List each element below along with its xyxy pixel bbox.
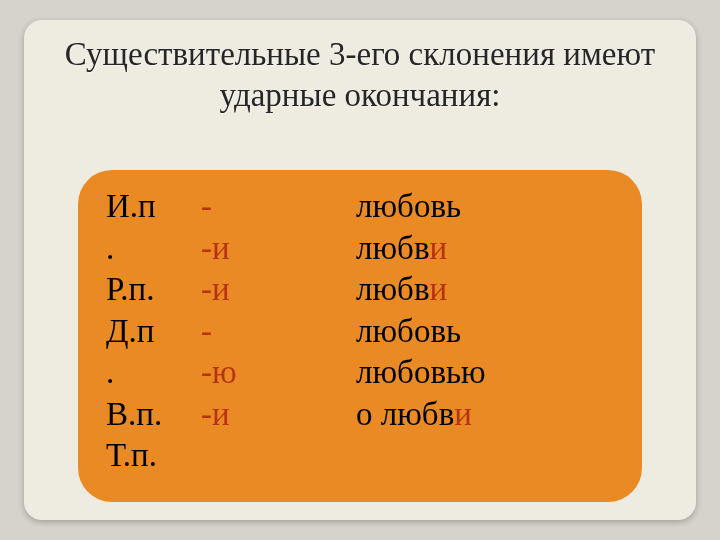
word-cell: любовь: [356, 186, 620, 228]
word-cell: [356, 435, 620, 477]
case-label: Р.п.: [106, 269, 201, 311]
table-row: . -и любви: [106, 228, 620, 270]
case-label: .: [106, 228, 201, 270]
ending-cell: -: [201, 311, 356, 353]
case-label: Т.п.: [106, 435, 201, 477]
case-label: Д.п: [106, 311, 201, 353]
word-cell: любовью: [356, 352, 620, 394]
ending-cell: [201, 435, 356, 477]
table-row: И.п - любовь: [106, 186, 620, 228]
case-label: .: [106, 352, 201, 394]
word-cell: любви: [356, 228, 620, 270]
ending-cell: -ю: [201, 352, 356, 394]
ending-cell: -и: [201, 394, 356, 436]
table-row: В.п. -и о любви: [106, 394, 620, 436]
case-label: И.п: [106, 186, 201, 228]
word-cell: любовь: [356, 311, 620, 353]
ending-cell: -: [201, 186, 356, 228]
table-row: Р.п. -и любви: [106, 269, 620, 311]
table-row: Д.п - любовь: [106, 311, 620, 353]
ending-cell: -и: [201, 228, 356, 270]
word-cell: любви: [356, 269, 620, 311]
table-row: . -ю любовью: [106, 352, 620, 394]
word-cell: о любви: [356, 394, 620, 436]
slide-title: Существительные 3-его склонения имеют уд…: [24, 20, 696, 133]
table-row: Т.п.: [106, 435, 620, 477]
slide: Существительные 3-его склонения имеют уд…: [24, 20, 696, 520]
declension-card: И.п - любовь . -и любви Р.п. -и любви Д.…: [78, 170, 642, 502]
ending-cell: -и: [201, 269, 356, 311]
case-label: В.п.: [106, 394, 201, 436]
